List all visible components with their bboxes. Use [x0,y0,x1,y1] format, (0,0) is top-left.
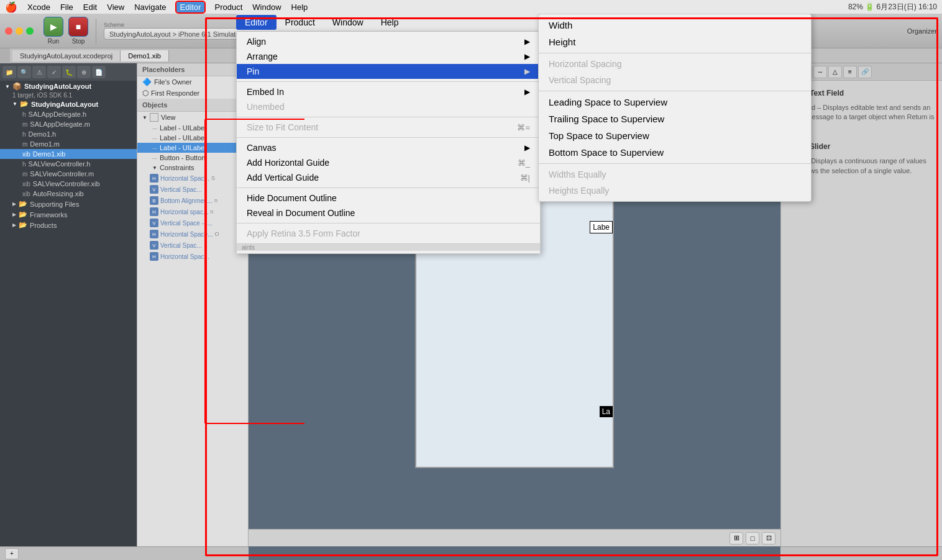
panel-first-responder[interactable]: ⬡ First Responder [137,88,248,99]
add-file-btn[interactable]: + [5,548,19,559]
maximize-button[interactable] [26,27,34,35]
inspector-tab-3[interactable]: ↔ [813,66,827,78]
sidebar-group-studying[interactable]: ▼ 📂 StudyingAutoLayout [0,99,137,109]
sidebar-btn-folder[interactable]: 📁 [2,66,16,78]
panel-constraint-5[interactable]: V Vertical Space - I... [137,217,248,228]
menubar-navigate[interactable]: Navigate [134,2,166,12]
submenu-height[interactable]: Height [539,34,811,50]
minimize-button[interactable] [16,27,23,35]
menu-divider-1 [237,81,540,82]
inspector-tab-5[interactable]: ≡ [843,66,857,78]
close-button[interactable] [5,27,12,35]
panel-label-1[interactable]: — Label - UILabel [137,123,248,133]
tab-forward[interactable] [5,48,10,63]
stop-button[interactable]: ■ [68,17,88,37]
tab-xcodeproj[interactable]: StudyingAutoLayout.xcodeproj [12,50,121,61]
run-button-group[interactable]: ▶ Run [43,17,63,45]
submenu-bottom[interactable]: Bottom Space to Superview [539,144,811,161]
menu-top-window[interactable]: Window [324,15,372,30]
canvas-btn-1[interactable]: ⊞ [729,532,743,544]
submenu-leading[interactable]: Leading Space to Superview [539,94,811,111]
panel-constraint-3[interactable]: B Bottom Alignmen... n [137,195,248,206]
sidebar-btn-test[interactable]: ✓ [47,66,61,78]
menu-hide-outline[interactable]: Hide Document Outline [237,191,540,205]
menu-arrange[interactable]: Arrange ▶ [237,49,540,64]
inspector-textfield-title: Text Field [810,89,844,97]
panel-button[interactable]: — Button - Button [137,153,248,163]
inspector-tab-6[interactable]: 🔗 [858,66,872,78]
menu-embed-in[interactable]: Embed In ▶ [237,84,540,99]
products-arrow: ▶ [12,222,16,228]
sidebar-item-salappdelegate-m[interactable]: m SALAppDelegate.m [0,119,137,129]
panel-label-2[interactable]: — Label - UILabel [137,133,248,143]
sidebar-project-name: StudyingAutoLayout [24,83,91,90]
sidebar-group-frameworks[interactable]: ▶ 📂 Frameworks [0,209,137,220]
canvas-btn-3[interactable]: ⊡ [762,532,775,544]
sidebar-item-demo1-m[interactable]: m Demo1.m [0,139,137,149]
menu-align[interactable]: Align ▶ [237,34,540,49]
sidebar-content: ▼ 📦 StudyingAutoLayout 1 target, iOS SDK… [0,81,137,560]
panel-constraint-2[interactable]: V Vertical Spac... [137,184,248,195]
add-h-guide-shortcut: ⌘_ [518,158,530,168]
panel-label-3[interactable]: — Label - UILabel [137,143,248,153]
sidebar-item-project[interactable]: ▼ 📦 StudyingAutoLayout [0,81,137,92]
submenu-width[interactable]: Width [539,17,811,34]
sidebar-group-products[interactable]: ▶ 📂 Products [0,220,137,230]
panel-files-owner[interactable]: 🔷 File's Owner [137,76,248,88]
group-arrow: ▼ [12,101,17,107]
menu-canvas[interactable]: Canvas ▶ [237,140,540,155]
sidebar-item-demo1-xib[interactable]: xib Demo1.xib [0,149,137,159]
submenu-trailing[interactable]: Trailing Space to Superview [539,111,811,127]
menu-add-h-guide[interactable]: Add Horizontal Guide ⌘_ [237,155,540,170]
menu-add-v-guide[interactable]: Add Vertical Guide ⌘| [237,170,540,185]
submenu-top[interactable]: Top Space to Superview [539,127,811,144]
add-v-guide-shortcut: ⌘| [520,173,530,183]
menubar-window[interactable]: Window [252,2,281,12]
menubar-help[interactable]: Help [291,2,308,12]
menu-top-help[interactable]: Help [372,15,408,30]
menubar-editor[interactable]: Editor [176,2,205,12]
traffic-lights [5,27,34,35]
menu-top-product[interactable]: Product [277,15,324,30]
sidebar-item-autoresizing[interactable]: xib AutoResizing.xib [0,189,137,199]
menu-pin[interactable]: Pin ▶ [237,64,540,79]
tab-back[interactable] [0,48,5,63]
sidebar: 📁 🔍 ⚠ ✓ 🐛 ⊕ 📄 ▼ 📦 StudyingAutoLayout 1 t… [0,63,137,560]
sidebar-item-salviewcontroller-xib[interactable]: xib SALViewController.xib [0,179,137,189]
sidebar-btn-search[interactable]: 🔍 [17,66,31,78]
panel-constraints[interactable]: ▼ Constraints [137,163,248,173]
sidebar-group-supporting[interactable]: ▶ 📂 Supporting Files [0,199,137,209]
panel-constraint-1[interactable]: H Horizontal Spac... S [137,173,248,184]
apple-menu[interactable]: 🍎 [5,1,17,13]
sidebar-item-salviewcontroller-m[interactable]: m SALViewController.m [0,169,137,179]
tab-demo1xib[interactable]: Demo1.xib [121,50,169,61]
sidebar-btn-source[interactable]: ⊕ [77,66,91,78]
menubar-view[interactable]: View [107,2,124,12]
menubar-edit[interactable]: Edit [83,2,97,12]
panel-constraint-4[interactable]: H Horizontal spac... n [137,206,248,217]
menubar-product[interactable]: Product [214,2,242,12]
sidebar-btn-debug[interactable]: 🐛 [62,66,76,78]
stop-button-group[interactable]: ■ Stop [68,17,88,45]
run-button[interactable]: ▶ [43,17,63,37]
sidebar-item-salappdelegate-h[interactable]: h SALAppDelegate.h [0,109,137,119]
sidebar-btn-report[interactable]: 📄 [92,66,106,78]
panel-constraint-7[interactable]: V Vertical Spac... [137,240,248,251]
panel-view[interactable]: ▼ View [137,112,248,123]
pin-submenu-container: Width Height Horizontal Spacing Vertical… [538,14,812,202]
panel-constraint-8[interactable]: H Horizontal Spac... [137,251,248,262]
menubar-xcode[interactable]: Xcode [27,2,50,12]
canvas-btn-2[interactable]: □ [746,532,759,544]
supporting-arrow: ▶ [12,201,16,207]
placeholders-header: Placeholders [137,63,248,76]
inspector-tab-4[interactable]: △ [828,66,842,78]
scheme-selector[interactable]: StudyingAutoLayout > iPhone 6.1 Simulato… [104,28,254,40]
menu-top-editor[interactable]: Editor [236,15,277,30]
sidebar-btn-warn[interactable]: ⚠ [32,66,46,78]
menu-reveal-outline[interactable]: Reveal in Document Outline [237,205,540,220]
menubar-file[interactable]: File [60,2,73,12]
sidebar-item-demo1-h[interactable]: h Demo1.h [0,129,137,139]
panel-constraint-6[interactable]: H Horizontal Space... O [137,228,248,240]
organizer-label: Organizer [907,27,937,35]
sidebar-item-salviewcontroller-h[interactable]: h SALViewController.h [0,159,137,169]
